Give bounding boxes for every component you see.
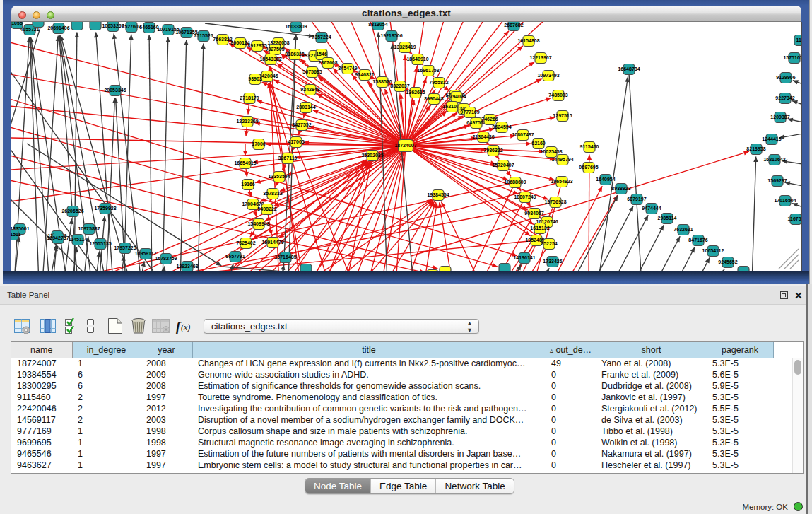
svg-text:10025453: 10025453 (540, 149, 562, 154)
svg-text:15409948: 15409948 (247, 221, 269, 226)
svg-text:9129906: 9129906 (776, 75, 795, 80)
svg-text:9227342: 9227342 (775, 95, 794, 100)
svg-text:16210643: 16210643 (763, 157, 785, 162)
svg-text:9327505: 9327505 (265, 47, 284, 52)
svg-text:16654915: 16654915 (234, 160, 256, 165)
svg-text:19756928: 19756928 (544, 199, 566, 204)
svg-text:12923468: 12923468 (176, 264, 198, 269)
svg-text:93903: 93903 (248, 76, 262, 81)
svg-text:16782759: 16782759 (155, 256, 177, 261)
svg-text:8938923: 8938923 (611, 186, 630, 191)
svg-text:7632621: 7632621 (673, 227, 693, 232)
svg-text:8471676: 8471676 (688, 238, 707, 243)
svg-text:2935114: 2935114 (658, 216, 677, 221)
svg-text:1615132: 1615132 (530, 226, 549, 230)
svg-text:2867608: 2867608 (318, 60, 337, 65)
svg-text:2718170: 2718170 (240, 95, 259, 100)
svg-text:116753: 116753 (788, 216, 801, 221)
svg-text:7663822: 7663822 (213, 37, 232, 42)
svg-text:9115460: 9115460 (580, 144, 599, 149)
svg-text:7515526: 7515526 (194, 33, 213, 38)
svg-text:18640910: 18640910 (406, 57, 428, 62)
svg-text:10958117: 10958117 (135, 251, 157, 256)
svg-text:21364436: 21364436 (472, 134, 494, 139)
svg-text:2687682: 2687682 (504, 23, 523, 28)
svg-text:14495794: 14495794 (551, 157, 573, 162)
svg-text:10653267: 10653267 (102, 23, 124, 28)
svg-text:417005: 417005 (288, 139, 304, 144)
svg-text:111: 111 (796, 37, 801, 42)
svg-text:1145114: 1145114 (69, 237, 88, 242)
svg-text:13325419: 13325419 (394, 45, 416, 49)
svg-text:12942737: 12942737 (47, 235, 69, 240)
svg-text:1640954: 1640954 (596, 177, 615, 182)
svg-text:10975887: 10975887 (78, 226, 100, 231)
svg-text:16648784: 16648784 (618, 66, 640, 71)
svg-text:991511: 991511 (11, 232, 21, 237)
svg-text:25302035: 25302035 (361, 153, 383, 158)
svg-text:1055: 1055 (11, 22, 23, 25)
svg-text:8322037: 8322037 (390, 83, 409, 88)
svg-text:9777169: 9777169 (460, 110, 479, 115)
svg-text:7625402: 7625402 (236, 240, 255, 245)
svg-text:10688609: 10688609 (504, 180, 526, 185)
svg-text:1209387: 1209387 (770, 115, 789, 119)
svg-text:18807249: 18807249 (514, 194, 536, 199)
svg-text:12213369: 12213369 (236, 119, 258, 124)
svg-text:20691406: 20691406 (47, 25, 69, 30)
svg-text:746266: 746266 (481, 117, 498, 122)
svg-text:17957225: 17957225 (114, 245, 136, 250)
svg-text:9084067: 9084067 (524, 211, 543, 216)
svg-text:20053346: 20053346 (104, 88, 126, 93)
svg-text:6879197: 6879197 (627, 197, 646, 201)
svg-text:19384554: 19384554 (427, 192, 449, 197)
svg-text:17359928: 17359928 (94, 206, 116, 211)
svg-text:9242848: 9242848 (300, 87, 319, 92)
svg-text:8912955: 8912955 (247, 43, 266, 48)
svg-text:14136141: 14136141 (513, 255, 535, 260)
svg-text:1569297: 1569297 (767, 178, 787, 183)
svg-text:12213967: 12213967 (529, 55, 551, 60)
svg-text:5675685: 5675685 (302, 69, 322, 74)
svg-text:16543382: 16543382 (259, 57, 281, 62)
svg-text:0697695: 0697695 (579, 165, 598, 170)
svg-text:4055721: 4055721 (20, 27, 39, 32)
svg-text:8454749: 8454749 (338, 66, 357, 71)
svg-text:1297515: 1297515 (553, 113, 572, 118)
svg-text:16961758: 16961758 (417, 68, 439, 73)
svg-text:8990448: 8990448 (424, 96, 443, 101)
svg-text:(x): (x) (181, 322, 190, 332)
svg-text:8213958: 8213958 (746, 146, 765, 151)
svg-text:6466160: 6466160 (139, 25, 158, 30)
svg-text:6794024: 6794024 (447, 94, 466, 99)
svg-text:12505135: 12505135 (89, 241, 111, 246)
svg-text:7357224: 7357224 (312, 35, 331, 40)
svg-text:5498222: 5498222 (257, 206, 276, 211)
svg-text:62160: 62160 (531, 141, 546, 146)
svg-text:9657791: 9657791 (225, 254, 245, 259)
svg-text:26206526: 26206526 (61, 209, 83, 214)
svg-text:1527602: 1527602 (122, 24, 141, 29)
svg-text:1588520: 1588520 (372, 79, 392, 84)
svg-text:1244415: 1244415 (762, 136, 781, 141)
svg-text:16154808: 16154808 (517, 38, 539, 43)
svg-text:17016504: 17016504 (774, 198, 796, 203)
svg-text:13353594: 13353594 (268, 174, 290, 179)
svg-text:9146821: 9146821 (355, 72, 374, 77)
svg-text:10973493: 10973493 (537, 73, 559, 78)
svg-text:18724007: 18724007 (394, 143, 416, 148)
svg-text:3624554: 3624554 (492, 124, 511, 129)
svg-text:15751074: 15751074 (783, 55, 801, 60)
svg-text:17004678: 17004678 (242, 201, 264, 206)
svg-text:7955812: 7955812 (429, 80, 448, 85)
svg-text:8186328: 8186328 (285, 52, 304, 57)
svg-text:19166: 19166 (241, 182, 255, 187)
svg-text:16033809: 16033809 (285, 24, 307, 29)
svg-text:252254: 252254 (541, 241, 557, 246)
svg-text:9474444: 9474444 (642, 206, 661, 211)
svg-text:19654923: 19654923 (551, 179, 572, 184)
svg-text:7485003: 7485003 (548, 93, 567, 98)
svg-text:15716485: 15716485 (274, 255, 296, 259)
svg-text:3578332: 3578332 (263, 191, 282, 196)
svg-text:16914479: 16914479 (261, 240, 283, 245)
